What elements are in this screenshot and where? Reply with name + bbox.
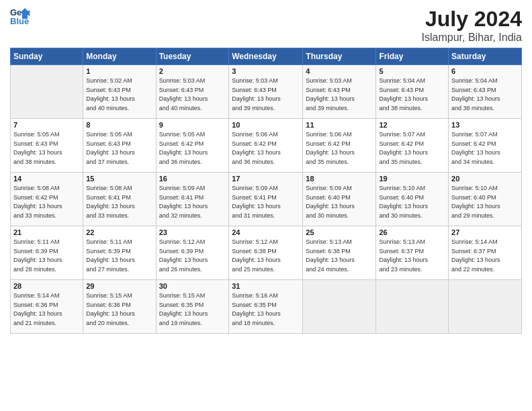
day-number: 20 <box>451 175 519 183</box>
week-row-2: 7Sunrise: 5:05 AM Sunset: 6:43 PM Daylig… <box>11 119 522 173</box>
day-info: Sunrise: 5:08 AM Sunset: 6:41 PM Dayligh… <box>86 184 152 220</box>
day-number: 14 <box>13 175 80 183</box>
week-row-3: 14Sunrise: 5:08 AM Sunset: 6:42 PM Dayli… <box>11 173 522 226</box>
calendar-cell-w2-d5: 12Sunrise: 5:07 AM Sunset: 6:42 PM Dayli… <box>376 119 449 173</box>
day-info: Sunrise: 5:09 AM Sunset: 6:41 PM Dayligh… <box>159 184 226 220</box>
day-number: 9 <box>159 121 226 129</box>
day-number: 24 <box>232 228 300 236</box>
calendar-cell-w3-d4: 18Sunrise: 5:09 AM Sunset: 6:40 PM Dayli… <box>303 173 376 226</box>
day-number: 2 <box>159 67 226 75</box>
day-info: Sunrise: 5:16 AM Sunset: 6:35 PM Dayligh… <box>232 291 300 328</box>
header-tuesday: Tuesday <box>156 48 229 65</box>
day-info: Sunrise: 5:07 AM Sunset: 6:42 PM Dayligh… <box>379 130 445 167</box>
day-info: Sunrise: 5:09 AM Sunset: 6:41 PM Dayligh… <box>232 184 300 220</box>
day-info: Sunrise: 5:06 AM Sunset: 6:42 PM Dayligh… <box>232 130 300 167</box>
title-section: July 2024 Islampur, Bihar, India <box>422 7 522 44</box>
calendar-cell-w5-d2: 30Sunrise: 5:15 AM Sunset: 6:35 PM Dayli… <box>156 280 229 334</box>
calendar-cell-w4-d6: 27Sunrise: 5:14 AM Sunset: 6:37 PM Dayli… <box>449 226 522 280</box>
calendar-cell-w5-d0: 28Sunrise: 5:14 AM Sunset: 6:36 PM Dayli… <box>11 280 83 334</box>
day-info: Sunrise: 5:14 AM Sunset: 6:36 PM Dayligh… <box>13 291 80 328</box>
day-info: Sunrise: 5:10 AM Sunset: 6:40 PM Dayligh… <box>451 184 519 220</box>
day-number: 17 <box>232 175 300 183</box>
day-number: 7 <box>13 121 80 129</box>
calendar-cell-w4-d3: 24Sunrise: 5:12 AM Sunset: 6:38 PM Dayli… <box>229 226 303 280</box>
day-info: Sunrise: 5:02 AM Sunset: 6:43 PM Dayligh… <box>86 77 152 113</box>
day-number: 26 <box>379 228 445 236</box>
calendar-cell-w1-d1: 1Sunrise: 5:02 AM Sunset: 6:43 PM Daylig… <box>83 65 156 119</box>
calendar-cell-w1-d0 <box>11 65 83 119</box>
day-number: 6 <box>451 67 519 75</box>
day-info: Sunrise: 5:03 AM Sunset: 6:43 PM Dayligh… <box>232 77 300 113</box>
calendar-cell-w1-d3: 3Sunrise: 5:03 AM Sunset: 6:43 PM Daylig… <box>229 65 303 119</box>
header-monday: Monday <box>83 48 156 65</box>
calendar-cell-w3-d2: 16Sunrise: 5:09 AM Sunset: 6:41 PM Dayli… <box>156 173 229 226</box>
calendar-cell-w5-d4 <box>303 280 376 334</box>
page-container: General Blue July 2024 Islampur, Bihar, … <box>0 0 532 340</box>
calendar-cell-w2-d1: 8Sunrise: 5:05 AM Sunset: 6:43 PM Daylig… <box>83 119 156 173</box>
day-number: 11 <box>306 121 373 129</box>
logo-icon: General Blue <box>10 7 30 26</box>
day-number: 13 <box>451 121 519 129</box>
calendar-cell-w4-d2: 23Sunrise: 5:12 AM Sunset: 6:39 PM Dayli… <box>156 226 229 280</box>
day-number: 5 <box>379 67 445 75</box>
day-info: Sunrise: 5:05 AM Sunset: 6:43 PM Dayligh… <box>86 130 152 167</box>
day-info: Sunrise: 5:06 AM Sunset: 6:42 PM Dayligh… <box>306 130 373 167</box>
main-title: July 2024 <box>422 7 522 32</box>
day-info: Sunrise: 5:15 AM Sunset: 6:35 PM Dayligh… <box>159 291 226 328</box>
logo: General Blue <box>10 7 30 26</box>
header: General Blue July 2024 Islampur, Bihar, … <box>10 7 522 44</box>
day-number: 19 <box>379 175 445 183</box>
day-number: 4 <box>306 67 373 75</box>
calendar-cell-w5-d6 <box>449 280 522 334</box>
day-number: 18 <box>306 175 373 183</box>
calendar-cell-w1-d4: 4Sunrise: 5:03 AM Sunset: 6:43 PM Daylig… <box>303 65 376 119</box>
day-number: 21 <box>13 228 80 236</box>
day-number: 15 <box>86 175 152 183</box>
calendar-header-row: Sunday Monday Tuesday Wednesday Thursday… <box>11 48 522 65</box>
day-info: Sunrise: 5:04 AM Sunset: 6:43 PM Dayligh… <box>379 77 445 113</box>
calendar-cell-w1-d6: 6Sunrise: 5:04 AM Sunset: 6:43 PM Daylig… <box>449 65 522 119</box>
header-wednesday: Wednesday <box>229 48 303 65</box>
calendar-cell-w2-d4: 11Sunrise: 5:06 AM Sunset: 6:42 PM Dayli… <box>303 119 376 173</box>
day-number: 25 <box>306 228 373 236</box>
day-number: 1 <box>86 67 152 75</box>
calendar-body: 1Sunrise: 5:02 AM Sunset: 6:43 PM Daylig… <box>11 65 522 334</box>
day-info: Sunrise: 5:12 AM Sunset: 6:39 PM Dayligh… <box>159 238 226 274</box>
header-friday: Friday <box>376 48 449 65</box>
day-info: Sunrise: 5:09 AM Sunset: 6:40 PM Dayligh… <box>306 184 373 220</box>
calendar-cell-w3-d5: 19Sunrise: 5:10 AM Sunset: 6:40 PM Dayli… <box>376 173 449 226</box>
day-info: Sunrise: 5:11 AM Sunset: 6:39 PM Dayligh… <box>13 238 80 274</box>
calendar-cell-w3-d1: 15Sunrise: 5:08 AM Sunset: 6:41 PM Dayli… <box>83 173 156 226</box>
subtitle: Islampur, Bihar, India <box>422 32 522 44</box>
calendar-cell-w5-d3: 31Sunrise: 5:16 AM Sunset: 6:35 PM Dayli… <box>229 280 303 334</box>
day-info: Sunrise: 5:11 AM Sunset: 6:39 PM Dayligh… <box>86 238 152 274</box>
day-info: Sunrise: 5:13 AM Sunset: 6:37 PM Dayligh… <box>379 238 445 274</box>
day-number: 28 <box>13 282 80 290</box>
calendar-cell-w4-d0: 21Sunrise: 5:11 AM Sunset: 6:39 PM Dayli… <box>11 226 83 280</box>
day-info: Sunrise: 5:13 AM Sunset: 6:38 PM Dayligh… <box>306 238 373 274</box>
day-number: 30 <box>159 282 226 290</box>
calendar-cell-w5-d1: 29Sunrise: 5:15 AM Sunset: 6:36 PM Dayli… <box>83 280 156 334</box>
header-saturday: Saturday <box>449 48 522 65</box>
day-info: Sunrise: 5:12 AM Sunset: 6:38 PM Dayligh… <box>232 238 300 274</box>
week-row-4: 21Sunrise: 5:11 AM Sunset: 6:39 PM Dayli… <box>11 226 522 280</box>
day-info: Sunrise: 5:03 AM Sunset: 6:43 PM Dayligh… <box>159 77 226 113</box>
day-info: Sunrise: 5:08 AM Sunset: 6:42 PM Dayligh… <box>13 184 80 220</box>
calendar-cell-w2-d0: 7Sunrise: 5:05 AM Sunset: 6:43 PM Daylig… <box>11 119 83 173</box>
day-info: Sunrise: 5:05 AM Sunset: 6:43 PM Dayligh… <box>13 130 80 167</box>
calendar-cell-w2-d2: 9Sunrise: 5:05 AM Sunset: 6:42 PM Daylig… <box>156 119 229 173</box>
calendar-cell-w4-d5: 26Sunrise: 5:13 AM Sunset: 6:37 PM Dayli… <box>376 226 449 280</box>
day-number: 23 <box>159 228 226 236</box>
calendar-cell-w2-d3: 10Sunrise: 5:06 AM Sunset: 6:42 PM Dayli… <box>229 119 303 173</box>
calendar-cell-w1-d2: 2Sunrise: 5:03 AM Sunset: 6:43 PM Daylig… <box>156 65 229 119</box>
day-number: 16 <box>159 175 226 183</box>
day-number: 31 <box>232 282 300 290</box>
day-info: Sunrise: 5:04 AM Sunset: 6:43 PM Dayligh… <box>451 77 519 113</box>
day-number: 29 <box>86 282 152 290</box>
day-info: Sunrise: 5:10 AM Sunset: 6:40 PM Dayligh… <box>379 184 445 220</box>
header-sunday: Sunday <box>11 48 83 65</box>
calendar-cell-w2-d6: 13Sunrise: 5:07 AM Sunset: 6:42 PM Dayli… <box>449 119 522 173</box>
calendar-cell-w3-d6: 20Sunrise: 5:10 AM Sunset: 6:40 PM Dayli… <box>449 173 522 226</box>
day-info: Sunrise: 5:07 AM Sunset: 6:42 PM Dayligh… <box>451 130 519 167</box>
week-row-5: 28Sunrise: 5:14 AM Sunset: 6:36 PM Dayli… <box>11 280 522 334</box>
